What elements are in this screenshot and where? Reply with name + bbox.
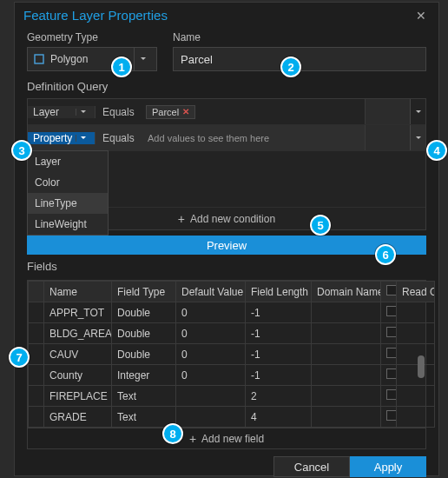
callout-4: 4 [426,140,447,161]
definition-query-label: Definition Query [15,71,438,96]
callout-1: 1 [111,56,132,77]
plus-icon: + [178,213,185,225]
table-row[interactable]: CAUVDouble0-1 [29,344,435,365]
checkbox-icon[interactable] [386,348,397,358]
checkbox-icon[interactable] [386,327,397,337]
col-domain[interactable]: Domain Name [312,282,381,302]
col-blank [29,282,44,302]
cell-default [176,407,246,428]
chip-remove-icon[interactable]: ✕ [182,107,189,116]
geometry-value: Polygon [50,53,88,65]
fields-table: Name Field Type Default Value Field Leng… [27,280,426,428]
titlebar: Feature Layer Properties ✕ [15,3,438,26]
col-fieldtype[interactable]: Field Type [112,282,176,302]
cell-check [381,386,397,407]
cell-type: Double [112,323,176,344]
condition-row: Layer Equals Parcel ✕ [28,99,425,125]
cell-length: -1 [246,302,312,323]
svg-rect-0 [35,55,43,63]
cell-name: BLDG_AREA [44,323,112,344]
col-default[interactable]: Default Value [176,282,246,302]
cell-length: -1 [246,365,312,386]
plus-icon: + [189,433,196,445]
cell-type: Text [112,407,176,428]
chevron-down-icon [410,125,425,150]
cell-check [381,365,397,386]
close-icon[interactable]: ✕ [412,9,430,23]
chevron-down-icon [76,109,89,116]
table-row[interactable]: GRADEText4 [29,407,435,428]
condition-extra-dropdown[interactable] [365,125,425,150]
cell-check [381,407,397,428]
condition-operator: Equals [96,106,142,118]
dropdown-item[interactable]: Color [28,172,108,193]
cell-domain [312,365,381,386]
condition-row: Property Equals Add values to see them h… [28,125,425,151]
table-row[interactable]: BLDG_AREADouble0-1 [29,323,435,344]
checkbox-icon[interactable] [386,368,397,379]
add-field-button[interactable]: + Add new field [27,428,426,449]
chevron-down-icon [410,99,425,124]
cell-default [176,386,246,407]
chevron-down-icon [134,48,151,70]
cell-domain [312,302,381,323]
cell-check [381,323,397,344]
cell-default: 0 [176,344,246,365]
chip-label: Parcel [152,107,179,117]
cell-domain [312,323,381,344]
fields-section: Name Field Type Default Value Field Leng… [27,280,426,449]
add-field-label: Add new field [201,433,264,445]
table-row[interactable]: FIREPLACEText2 [29,386,435,407]
cell-name: County [44,365,112,386]
callout-2: 2 [280,56,301,77]
col-check [381,282,397,302]
geometry-type-dropdown[interactable]: Polygon [27,47,157,71]
dialog: Feature Layer Properties ✕ Geometry Type… [14,2,439,476]
condition-operator: Equals [96,132,142,144]
checkbox-icon[interactable] [386,410,397,421]
preview-button[interactable]: Preview [27,236,426,255]
field-dropdown-menu: Layer Color LineType LineWeight [27,150,109,236]
footer: Cancel Apply [15,449,438,478]
add-condition-label: Add new condition [190,213,275,225]
col-readonly[interactable]: Read Only [397,282,435,302]
table-row[interactable]: CountyInteger0-1 [29,365,435,386]
cell-name: CAUV [44,344,112,365]
cell-default: 0 [176,323,246,344]
dropdown-item[interactable]: LineWeight [28,214,108,235]
callout-7: 7 [9,347,30,368]
callout-5: 5 [310,215,331,236]
condition-hint: Add values to see them here [142,133,269,143]
dialog-title: Feature Layer Properties [23,8,168,23]
condition-field-value: Property [33,132,72,144]
cell-default: 0 [176,365,246,386]
condition-field-dropdown[interactable]: Layer [28,106,96,118]
cell-type: Double [112,344,176,365]
cell-domain [312,386,381,407]
condition-extra-dropdown[interactable] [365,99,425,124]
checkbox-icon[interactable] [386,285,397,295]
apply-button[interactable]: Apply [350,456,426,477]
dropdown-item[interactable]: LineType [28,193,108,214]
table-row[interactable]: APPR_TOTDouble0-1 [29,302,435,323]
cell-name: FIREPLACE [44,386,112,407]
scrollbar-thumb[interactable] [418,355,425,378]
callout-3: 3 [11,140,32,161]
col-length[interactable]: Field Length [246,282,312,302]
col-name[interactable]: Name [44,282,112,302]
dropdown-item[interactable]: Layer [28,151,108,172]
cell-name: GRADE [44,407,112,428]
geometry-label: Geometry Type [27,31,157,43]
cell-name: APPR_TOT [44,302,112,323]
preview-label: Preview [207,239,247,252]
condition-field-dropdown[interactable]: Property [28,132,96,144]
cell-type: Text [112,386,176,407]
chevron-down-icon [76,135,89,142]
cell-check [381,344,397,365]
cell-type: Double [112,302,176,323]
checkbox-icon[interactable] [386,306,397,316]
cell-length: 2 [246,386,312,407]
condition-value-chip[interactable]: Parcel ✕ [146,105,195,119]
checkbox-icon[interactable] [386,389,397,400]
cancel-button[interactable]: Cancel [273,456,350,477]
